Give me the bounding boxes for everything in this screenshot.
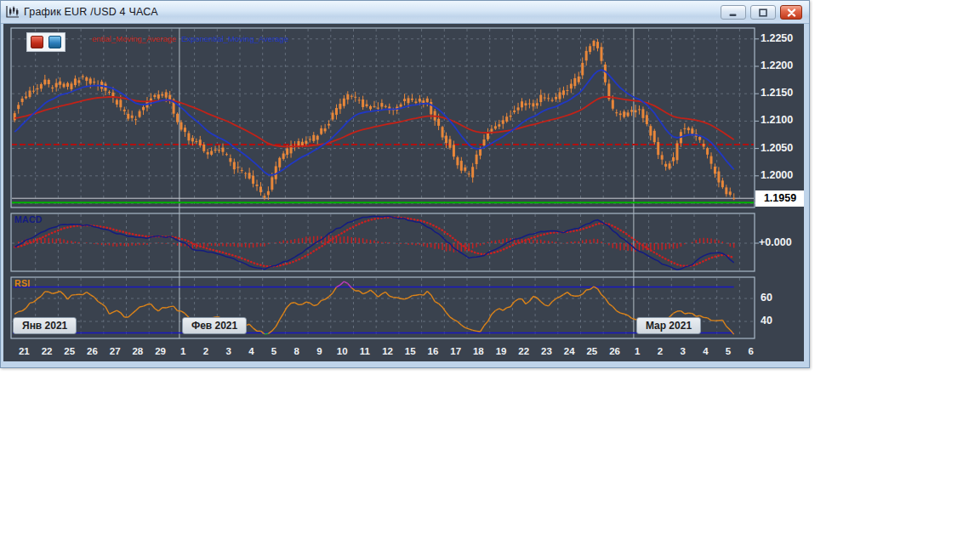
- indicator-toolbar: [26, 32, 66, 52]
- rsi-axis-tick: 60: [761, 292, 772, 304]
- time-axis-day-label: 26: [609, 346, 620, 356]
- window-titlebar[interactable]: График EUR /USD 4 ЧАСА: [1, 1, 809, 24]
- time-axis-day-label: 3: [680, 346, 685, 356]
- maximize-icon: [758, 9, 768, 17]
- time-axis-day-label: 27: [110, 346, 121, 356]
- time-axis-day-label: 10: [337, 346, 348, 356]
- window-title: График EUR /USD 4 ЧАСА: [24, 6, 158, 18]
- time-axis-day-label: 1: [635, 346, 640, 356]
- month-label: Янв 2021: [13, 317, 77, 334]
- ma-red-color-button[interactable]: [31, 36, 43, 48]
- time-axis-day-label: 2: [658, 346, 663, 356]
- time-axis-day-label: 22: [518, 346, 529, 356]
- time-axis-day-label: 25: [64, 346, 75, 356]
- chart-canvas[interactable]: [3, 24, 804, 361]
- time-axis-day-label: 4: [248, 346, 254, 356]
- legend-ma2-label: Exponential_Moving_Average: [181, 34, 288, 43]
- time-axis-day-label: 9: [316, 346, 322, 356]
- price-axis-tick: 1.2100: [761, 114, 793, 126]
- close-button[interactable]: [780, 5, 802, 20]
- maximize-button[interactable]: [750, 5, 776, 20]
- rsi-axis-tick: 40: [761, 315, 772, 327]
- ma-blue-color-button[interactable]: [48, 36, 61, 48]
- chart-window: График EUR /USD 4 ЧАСА: [0, 0, 810, 368]
- legend-ma1-label: ential_Moving_Average: [92, 34, 176, 43]
- time-axis-day-label: 21: [19, 346, 30, 356]
- minimize-icon: [728, 9, 738, 17]
- month-label: Мар 2021: [636, 317, 701, 334]
- time-axis-day-label: 26: [87, 346, 98, 356]
- rsi-panel-label: RSI: [14, 278, 30, 288]
- close-icon: [787, 9, 796, 17]
- macd-axis-label: +0.000: [759, 236, 792, 248]
- time-axis-day-label: 18: [473, 346, 484, 356]
- time-axis-day-label: 6: [749, 346, 754, 356]
- time-axis-day-label: 15: [405, 346, 416, 356]
- time-axis-day-label: 8: [294, 346, 299, 356]
- window-controls: [721, 5, 802, 20]
- price-axis-tick: 1.2150: [761, 87, 793, 99]
- time-axis-day-label: 29: [155, 346, 166, 356]
- time-axis-day-label: 5: [271, 346, 276, 356]
- current-price-label: 1.1959: [755, 190, 804, 207]
- chart-app-icon: [5, 5, 20, 19]
- time-axis-day-label: 1: [180, 346, 185, 356]
- time-axis-day-label: 19: [496, 346, 507, 356]
- time-axis-day-label: 5: [726, 346, 731, 356]
- time-axis-day-label: 24: [564, 346, 575, 356]
- macd-panel-label: MACD: [14, 214, 43, 224]
- time-axis-day-label: 22: [42, 346, 53, 356]
- chart-client-area: ential_Moving_Average Exponential_Moving…: [3, 24, 804, 361]
- time-axis-day-label: 23: [541, 346, 552, 356]
- time-axis-day-label: 16: [428, 346, 439, 356]
- minimize-button[interactable]: [721, 5, 746, 20]
- time-axis-day-label: 2: [203, 346, 208, 356]
- time-axis-day-label: 3: [225, 346, 231, 356]
- time-axis-day-label: 12: [382, 346, 393, 356]
- price-axis-tick: 1.2050: [761, 142, 793, 154]
- price-axis-tick: 1.2200: [761, 60, 793, 71]
- time-axis-day-label: 11: [360, 346, 370, 356]
- price-axis-tick: 1.2000: [761, 169, 793, 181]
- price-axis-tick: 1.2250: [761, 32, 793, 44]
- time-axis-day-label: 4: [703, 346, 708, 356]
- month-label: Фев 2021: [182, 317, 247, 334]
- time-axis-day-label: 28: [132, 346, 143, 356]
- time-axis-day-label: 25: [586, 346, 597, 356]
- time-axis-day-label: 17: [450, 346, 461, 356]
